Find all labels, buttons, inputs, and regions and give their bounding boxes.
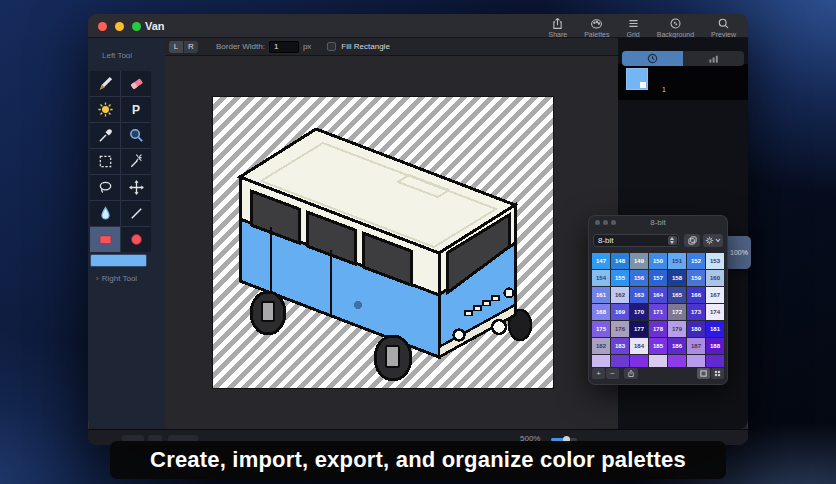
lasso-tool[interactable] xyxy=(90,175,120,200)
palette-swatch[interactable] xyxy=(649,355,667,367)
palette-swatch[interactable] xyxy=(592,355,610,367)
palette-swatch[interactable]: 183 xyxy=(611,338,629,354)
fill-rectangle-checkbox[interactable] xyxy=(327,42,336,51)
zoom-window-button[interactable] xyxy=(132,22,141,31)
minimize-button[interactable] xyxy=(115,22,124,31)
opacity-drawer-tab[interactable]: 100% xyxy=(727,236,751,269)
desktop: Van Share Palettes xyxy=(0,0,836,484)
palette-swatch[interactable]: 161 xyxy=(592,287,610,303)
swatch-view-button[interactable] xyxy=(697,368,710,379)
palette-swatch[interactable]: 186 xyxy=(668,338,686,354)
export-palette-button[interactable] xyxy=(624,368,638,379)
palette-swatch[interactable]: 148 xyxy=(611,253,629,269)
palette-swatch[interactable]: 153 xyxy=(706,253,724,269)
palette-swatch[interactable]: 175 xyxy=(592,321,610,337)
move-icon xyxy=(128,179,145,196)
rect-select-tool[interactable] xyxy=(90,149,120,174)
palette-swatch[interactable]: 173 xyxy=(687,304,705,320)
palette-swatch[interactable]: 169 xyxy=(611,304,629,320)
palette-swatch[interactable] xyxy=(706,355,724,367)
right-mouse-button[interactable]: R xyxy=(184,41,198,53)
share-button[interactable]: Share xyxy=(547,16,570,39)
palette-swatch[interactable]: 149 xyxy=(630,253,648,269)
palettes-button[interactable]: Palettes xyxy=(582,16,611,39)
tab-layers[interactable] xyxy=(683,51,744,66)
border-width-label: Border Width: xyxy=(216,42,265,51)
palette-swatch[interactable]: 168 xyxy=(592,304,610,320)
palette-swatch[interactable]: 177 xyxy=(630,321,648,337)
preview-button[interactable]: Preview xyxy=(709,16,738,39)
pattern-tool[interactable]: P xyxy=(121,97,151,122)
palette-swatch[interactable]: 187 xyxy=(687,338,705,354)
palette-swatch[interactable]: 151 xyxy=(668,253,686,269)
pixel-canvas[interactable] xyxy=(213,97,553,388)
palette-swatch[interactable]: 170 xyxy=(630,304,648,320)
eyedropper-tool[interactable] xyxy=(90,123,120,148)
brightness-tool[interactable] xyxy=(90,97,120,122)
flood-fill-tool[interactable] xyxy=(90,201,120,226)
palette-swatch[interactable]: 179 xyxy=(668,321,686,337)
palette-swatch[interactable]: 178 xyxy=(649,321,667,337)
palette-swatch[interactable] xyxy=(630,355,648,367)
left-tool-header[interactable]: Left Tool xyxy=(102,51,132,60)
move-tool[interactable] xyxy=(121,175,151,200)
palette-swatch[interactable]: 181 xyxy=(706,321,724,337)
palette-swatch[interactable]: 156 xyxy=(630,270,648,286)
background-icon xyxy=(669,17,682,30)
palette-swatch[interactable]: 158 xyxy=(668,270,686,286)
palette-swatch[interactable]: 152 xyxy=(687,253,705,269)
zoom-tool[interactable] xyxy=(121,123,151,148)
palette-swatch[interactable]: 174 xyxy=(706,304,724,320)
palette-swatch[interactable]: 160 xyxy=(706,270,724,286)
frame-thumbnail[interactable] xyxy=(626,68,648,90)
active-color-swatch[interactable] xyxy=(90,254,147,267)
right-tool-header[interactable]: ›Right Tool xyxy=(96,274,137,283)
palette-swatch[interactable]: 188 xyxy=(706,338,724,354)
lasso-icon xyxy=(97,179,114,196)
palette-swatch[interactable] xyxy=(611,355,629,367)
palette-swatch[interactable]: 157 xyxy=(649,270,667,286)
mouse-button-segment: L R xyxy=(169,41,198,53)
palette-swatch[interactable]: 159 xyxy=(687,270,705,286)
palette-swatch[interactable]: 180 xyxy=(687,321,705,337)
palette-swatch[interactable]: 163 xyxy=(630,287,648,303)
brush-tool[interactable] xyxy=(90,71,120,96)
palette-swatch[interactable]: 154 xyxy=(592,270,610,286)
palette-swatch[interactable] xyxy=(687,355,705,367)
remove-color-button[interactable]: − xyxy=(606,368,619,379)
palette-swatch[interactable]: 155 xyxy=(611,270,629,286)
magic-wand-tool[interactable] xyxy=(121,149,151,174)
ellipse-tool[interactable] xyxy=(121,227,151,252)
tab-frames[interactable] xyxy=(622,51,683,66)
palette-swatch[interactable]: 172 xyxy=(668,304,686,320)
list-view-button[interactable] xyxy=(711,368,724,379)
grid-button[interactable]: Grid xyxy=(625,16,642,39)
clock-icon xyxy=(647,53,658,64)
eraser-tool[interactable] xyxy=(121,71,151,96)
border-width-input[interactable]: 1 xyxy=(269,41,299,53)
palette-swatch[interactable]: 176 xyxy=(611,321,629,337)
left-mouse-button[interactable]: L xyxy=(169,41,183,53)
frame-number: 1 xyxy=(662,86,666,93)
palette-select[interactable]: 8-bit xyxy=(593,234,679,247)
palette-swatch[interactable]: 150 xyxy=(649,253,667,269)
palette-swatch[interactable]: 162 xyxy=(611,287,629,303)
close-button[interactable] xyxy=(98,22,107,31)
palette-swatch[interactable]: 165 xyxy=(668,287,686,303)
palette-swatch[interactable] xyxy=(668,355,686,367)
palette-swatch[interactable]: 166 xyxy=(687,287,705,303)
line-tool[interactable] xyxy=(121,201,151,226)
palette-swatch[interactable]: 167 xyxy=(706,287,724,303)
title-bar[interactable]: Van Share Palettes xyxy=(88,14,748,38)
palette-swatch[interactable]: 147 xyxy=(592,253,610,269)
palette-swatch[interactable]: 185 xyxy=(649,338,667,354)
palette-swatch[interactable]: 171 xyxy=(649,304,667,320)
palette-actions-button[interactable] xyxy=(703,234,723,247)
rectangle-tool[interactable] xyxy=(90,227,120,252)
background-button[interactable]: Background xyxy=(655,16,696,39)
duplicate-palette-button[interactable] xyxy=(684,234,700,247)
add-color-button[interactable]: + xyxy=(592,368,605,379)
palette-swatch[interactable]: 164 xyxy=(649,287,667,303)
palette-swatch[interactable]: 184 xyxy=(630,338,648,354)
palette-swatch[interactable]: 182 xyxy=(592,338,610,354)
